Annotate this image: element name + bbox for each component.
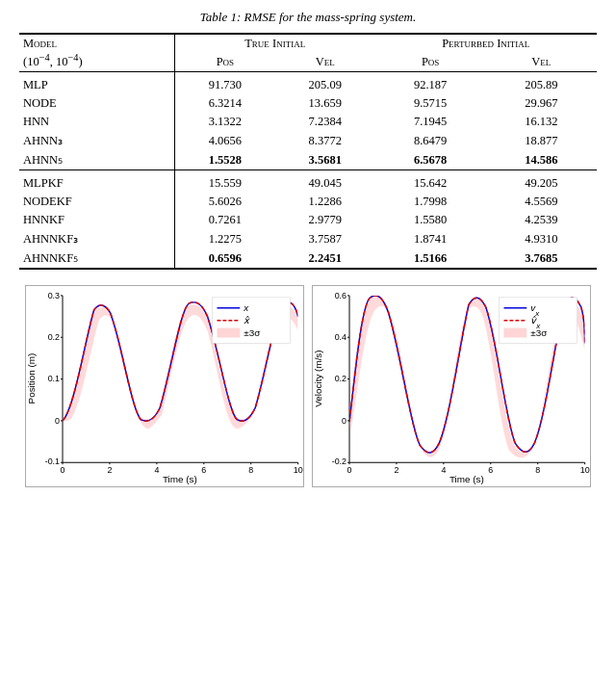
perturbed-pos-cell: 7.1945 [375, 113, 486, 131]
true-vel-cell: 3.5681 [275, 150, 375, 170]
perturbed-initial-header: Perturbed Initial [375, 34, 597, 53]
svg-text:0.1: 0.1 [48, 374, 60, 383]
svg-rect-32 [217, 328, 240, 338]
perturbed-vel-cell: 205.89 [486, 72, 597, 95]
perturbed-vel-cell: 16.132 [486, 113, 597, 131]
svg-text:-0.2: -0.2 [332, 456, 346, 466]
perturbed-vel-cell: 4.5569 [486, 193, 597, 211]
table-caption: Table 1: RMSE for the mass-spring system… [19, 10, 597, 25]
perturbed-pos-cell: 15.642 [375, 170, 486, 193]
true-vel-cell: 1.2286 [275, 193, 375, 211]
true-pos-cell: 91.730 [174, 72, 275, 95]
true-pos-cell: 4.0656 [174, 131, 275, 150]
true-vel-header: Vel [275, 53, 375, 72]
svg-text:x: x [243, 302, 249, 313]
model-header: Model (10−4, 10−4) [19, 34, 174, 72]
perturbed-vel-cell: 29.967 [486, 94, 597, 113]
perturbed-vel-cell: 18.877 [486, 131, 597, 150]
model-cell: HNNKF [19, 211, 174, 229]
true-pos-cell: 6.3214 [174, 94, 275, 113]
svg-text:4: 4 [154, 465, 159, 475]
model-cell: AHNN₅ [19, 150, 174, 170]
svg-text:0.2: 0.2 [48, 332, 60, 342]
svg-text:2: 2 [107, 465, 112, 475]
true-vel-cell: 2.9779 [275, 211, 375, 229]
svg-text:0.6: 0.6 [335, 291, 346, 300]
svg-text:8: 8 [248, 465, 253, 475]
true-vel-cell: 2.2451 [275, 248, 375, 269]
model-cell: AHNNKF₅ [19, 248, 174, 269]
svg-text:0: 0 [347, 465, 352, 475]
model-cell: NODEKF [19, 193, 174, 211]
perturbed-vel-cell: 4.9310 [486, 229, 597, 248]
model-cell: MLP [19, 72, 174, 95]
true-vel-cell: 8.3772 [275, 131, 375, 150]
perturbed-pos-cell: 1.8741 [375, 229, 486, 248]
perturbed-vel-header: Vel [486, 53, 597, 72]
true-pos-cell: 0.7261 [174, 211, 275, 229]
svg-text:8: 8 [535, 465, 540, 475]
svg-text:±3σ: ±3σ [244, 327, 260, 338]
model-cell: AHNN₃ [19, 131, 174, 150]
svg-text:6: 6 [201, 465, 206, 475]
perturbed-vel-cell: 49.205 [486, 170, 597, 193]
model-cell: NODE [19, 94, 174, 113]
svg-text:4: 4 [441, 465, 446, 475]
svg-text:Velocity (m/s): Velocity (m/s) [313, 350, 323, 406]
perturbed-pos-cell: 9.5715 [375, 94, 486, 113]
perturbed-pos-cell: 1.5580 [375, 211, 486, 229]
true-pos-cell: 1.2275 [174, 229, 275, 248]
perturbed-pos-cell: 1.5166 [375, 248, 486, 269]
svg-rect-66 [503, 328, 526, 338]
model-cell: HNN [19, 113, 174, 131]
perturbed-vel-cell: 4.2539 [486, 211, 597, 229]
true-pos-cell: 3.1322 [174, 113, 275, 131]
svg-text:0.4: 0.4 [335, 332, 346, 342]
perturbed-vel-cell: 14.586 [486, 150, 597, 170]
velocity-chart: 0.6 0.4 0.2 0 -0.2 0 2 4 6 8 10 [312, 285, 591, 487]
svg-text:0.2: 0.2 [335, 374, 346, 383]
true-vel-cell: 7.2384 [275, 113, 375, 131]
charts-section: 0.3 0.2 0.1 0 -0.1 0 2 4 6 8 10 [19, 285, 597, 487]
svg-text:Time (s): Time (s) [449, 474, 484, 484]
true-vel-cell: 205.09 [275, 72, 375, 95]
perturbed-pos-header: Pos [375, 53, 486, 72]
svg-text:6: 6 [488, 465, 493, 475]
rmse-table: Model (10−4, 10−4) True Initial Perturbe… [19, 33, 597, 270]
perturbed-pos-cell: 6.5678 [375, 150, 486, 170]
true-vel-cell: 49.045 [275, 170, 375, 193]
svg-text:0: 0 [342, 416, 346, 426]
svg-text:10: 10 [294, 465, 303, 475]
true-pos-cell: 15.559 [174, 170, 275, 193]
true-pos-header: Pos [174, 53, 275, 72]
svg-text:10: 10 [580, 465, 590, 475]
model-cell: AHNNKF₃ [19, 229, 174, 248]
perturbed-pos-cell: 92.187 [375, 72, 486, 95]
svg-text:x̂: x̂ [244, 315, 250, 326]
model-cell: MLPKF [19, 170, 174, 193]
true-vel-cell: 13.659 [275, 94, 375, 113]
svg-text:Time (s): Time (s) [163, 474, 197, 484]
true-pos-cell: 1.5528 [174, 150, 275, 170]
true-vel-cell: 3.7587 [275, 229, 375, 248]
true-initial-header: True Initial [174, 34, 374, 53]
svg-text:0.3: 0.3 [48, 291, 60, 300]
svg-text:±3σ: ±3σ [530, 327, 547, 338]
perturbed-pos-cell: 1.7998 [375, 193, 486, 211]
svg-text:0: 0 [55, 416, 60, 426]
svg-text:-0.1: -0.1 [45, 456, 60, 466]
perturbed-vel-cell: 3.7685 [486, 248, 597, 269]
svg-text:0: 0 [61, 465, 65, 475]
true-pos-cell: 5.6026 [174, 193, 275, 211]
svg-text:2: 2 [394, 465, 398, 475]
position-chart: 0.3 0.2 0.1 0 -0.1 0 2 4 6 8 10 [25, 285, 304, 487]
perturbed-pos-cell: 8.6479 [375, 131, 486, 150]
true-pos-cell: 0.6596 [174, 248, 275, 269]
svg-text:Position (m): Position (m) [26, 353, 37, 404]
